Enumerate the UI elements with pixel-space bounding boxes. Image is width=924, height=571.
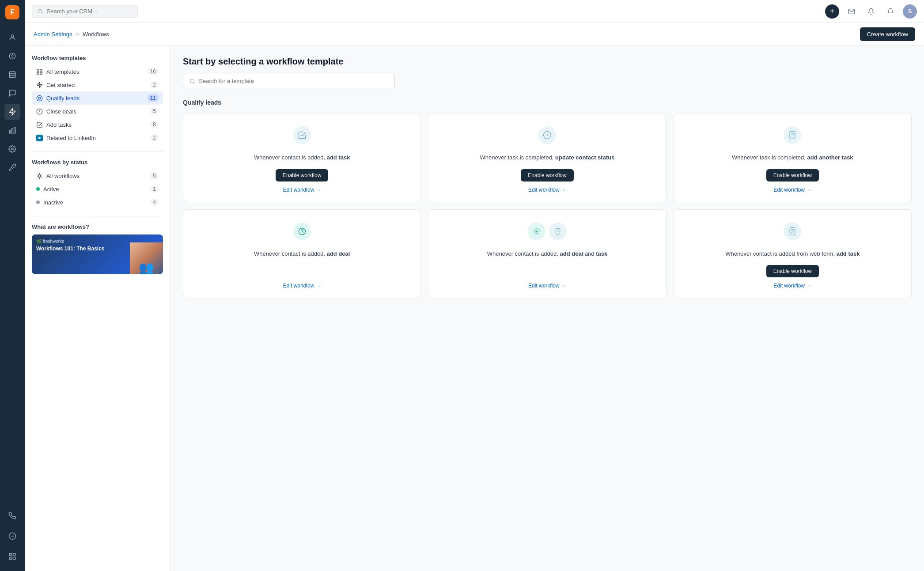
card-2-icon	[538, 126, 556, 144]
card-3-description: Whenever task is completed, add another …	[732, 153, 853, 162]
card-3-enable-button[interactable]: Enable workflow	[766, 169, 819, 182]
svg-rect-12	[9, 553, 11, 556]
inactive-count: 4	[150, 199, 159, 206]
card-2-edit-link[interactable]: Edit workflow →	[528, 187, 566, 193]
workflow-card-6: Whenever contact is added from web form,…	[674, 209, 912, 299]
linkedin-label: Related to LinkedIn	[46, 135, 147, 141]
template-search-input[interactable]	[199, 78, 388, 84]
chat-nav-icon[interactable]	[4, 528, 20, 544]
settings-nav-icon[interactable]	[4, 141, 20, 157]
card-3-icon	[784, 126, 801, 144]
workflow-card-1: Whenever contact is added, add task Enab…	[183, 113, 421, 202]
svg-point-29	[190, 79, 194, 83]
card-1-actions: Enable workflow Edit workflow →	[276, 169, 328, 193]
user-avatar[interactable]: S	[903, 4, 917, 19]
card-3-actions: Enable workflow Edit workflow →	[766, 169, 819, 193]
active-status-dot	[36, 187, 40, 191]
left-sidebar: Workflow templates All templates 16 Get …	[25, 46, 170, 571]
svg-point-1	[9, 53, 15, 59]
card-4-description: Whenever contact is added, add deal	[254, 250, 350, 276]
card-1-edit-link[interactable]: Edit workflow →	[283, 187, 321, 193]
messages-nav-icon[interactable]	[4, 85, 20, 101]
breadcrumb-separator: >	[76, 31, 79, 38]
card-6-description: Whenever contact is added from web form,…	[725, 250, 860, 258]
reports-nav-icon[interactable]	[4, 122, 20, 138]
global-search[interactable]	[32, 5, 138, 18]
card-2-description: Whenever task is completed, update conta…	[480, 153, 615, 162]
linkedin-icon: in	[36, 135, 43, 141]
svg-point-24	[38, 97, 41, 99]
card-6-edit-link[interactable]: Edit workflow →	[773, 283, 811, 289]
card-1-enable-button[interactable]: Enable workflow	[276, 169, 328, 182]
template-search-icon	[189, 78, 195, 84]
svg-point-9	[11, 148, 14, 150]
sidebar-item-add-tasks[interactable]: Add tasks 8	[32, 118, 163, 131]
what-section-title: What are workflows?	[32, 223, 163, 230]
svg-rect-13	[13, 553, 15, 556]
card-2-enable-button[interactable]: Enable workflow	[521, 169, 573, 182]
email-icon[interactable]	[844, 4, 859, 19]
sidebar-item-get-started[interactable]: Get started 2	[32, 78, 163, 91]
svg-rect-2	[9, 72, 15, 78]
workflow-card-5: Whenever contact is added, add deal and …	[428, 209, 666, 299]
workflow-card-4: Whenever contact is added, add deal Edit…	[183, 209, 421, 299]
add-tasks-label: Add tasks	[46, 121, 147, 128]
svg-marker-22	[37, 82, 42, 88]
svg-line-17	[42, 12, 42, 13]
qualify-leads-count: 11	[148, 95, 159, 102]
sidebar-item-all-templates[interactable]: All templates 16	[32, 65, 163, 78]
get-started-label: Get started	[46, 82, 147, 88]
create-workflow-button[interactable]: Create workflow	[860, 27, 915, 41]
card-6-enable-button[interactable]: Enable workflow	[766, 265, 819, 277]
all-workflows-icon	[36, 173, 43, 179]
all-workflows-label: All workflows	[46, 173, 147, 179]
deals-nav-icon[interactable]	[4, 48, 20, 64]
phone-nav-icon[interactable]	[4, 508, 20, 524]
add-tasks-icon	[36, 121, 43, 128]
sidebar-item-inactive[interactable]: Inactive 4	[32, 196, 163, 209]
svg-point-16	[38, 9, 42, 13]
svg-rect-15	[13, 557, 15, 560]
card-2-actions: Enable workflow Edit workflow →	[521, 169, 573, 193]
card-5-description: Whenever contact is added, add deal and …	[487, 250, 607, 276]
close-deals-count: 5	[150, 108, 159, 115]
sidebar-divider-1	[32, 151, 163, 152]
search-icon	[38, 8, 43, 15]
svg-rect-21	[40, 72, 42, 74]
notification-icon[interactable]	[864, 4, 878, 19]
workflow-card-3: Whenever task is completed, add another …	[674, 113, 912, 202]
svg-rect-6	[9, 130, 11, 133]
card-5-edit-link[interactable]: Edit workflow →	[528, 283, 566, 289]
video-thumbnail[interactable]: 🌿 freshworks Workflows 101: The Basics ▶…	[32, 234, 163, 274]
card-6-actions: Enable workflow Edit workflow →	[766, 265, 819, 289]
topbar: + S	[25, 0, 924, 23]
card-4-edit-link[interactable]: Edit workflow →	[283, 283, 321, 289]
section-label: Qualify leads	[183, 99, 912, 106]
sidebar-item-linkedin[interactable]: in Related to LinkedIn 2	[32, 131, 163, 144]
add-button[interactable]: +	[825, 4, 839, 19]
bell-icon[interactable]	[883, 4, 897, 19]
svg-rect-7	[12, 129, 13, 133]
card-3-edit-link[interactable]: Edit workflow →	[773, 187, 811, 193]
card-5-actions: Edit workflow →	[528, 283, 566, 289]
status-section-title: Workflows by status	[32, 159, 163, 166]
video-title: Workflows 101: The Basics	[36, 246, 132, 253]
rocket-nav-icon[interactable]	[4, 159, 20, 175]
sidebar-item-active[interactable]: Active 1	[32, 182, 163, 196]
template-search[interactable]	[183, 74, 395, 88]
svg-rect-14	[9, 557, 11, 560]
breadcrumb-parent[interactable]: Admin Settings	[34, 31, 72, 38]
svg-line-30	[193, 82, 194, 83]
sidebar-item-all-workflows[interactable]: All workflows 5	[32, 169, 163, 182]
svg-rect-32	[790, 132, 795, 139]
files-nav-icon[interactable]	[4, 67, 20, 83]
sidebar-item-close-deals[interactable]: Close deals 5	[32, 105, 163, 118]
app-logo: F	[5, 5, 19, 19]
contacts-nav-icon[interactable]	[4, 30, 20, 45]
active-label: Active	[43, 186, 147, 193]
automations-nav-icon[interactable]	[4, 104, 20, 120]
apps-grid-icon[interactable]	[4, 548, 20, 564]
search-input[interactable]	[47, 8, 132, 15]
sidebar-item-qualify-leads[interactable]: Qualify leads 11	[32, 91, 163, 105]
card-1-description: Whenever contact is added, add task	[254, 153, 350, 162]
